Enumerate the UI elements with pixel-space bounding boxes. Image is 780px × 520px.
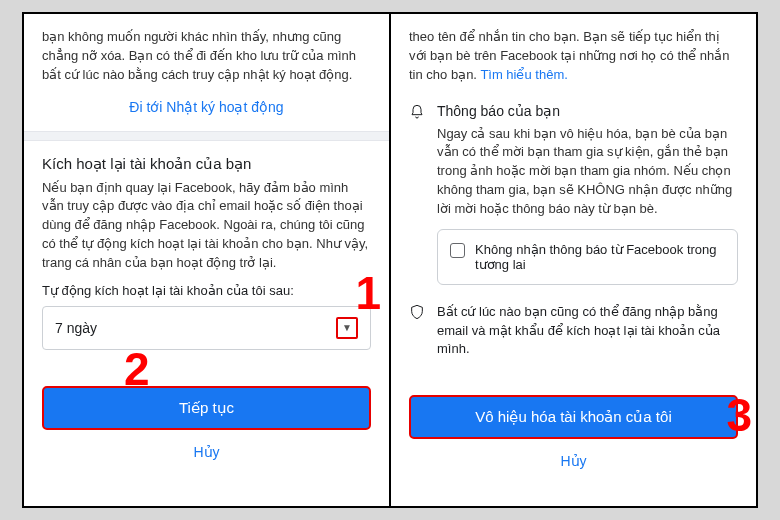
select-value: 7 ngày xyxy=(55,320,97,336)
bell-icon xyxy=(409,103,427,219)
cancel-link-left[interactable]: Hủy xyxy=(42,438,371,466)
opt-out-checkbox-card[interactable]: Không nhận thông báo từ Facebook trong t… xyxy=(437,229,738,285)
shield-reactivate-text: Bất cứ lúc nào bạn cũng có thể đăng nhập… xyxy=(437,303,738,360)
shield-icon xyxy=(409,303,427,360)
deactivate-button[interactable]: Vô hiệu hóa tài khoản của tôi xyxy=(409,395,738,439)
notifications-title: Thông báo của bạn xyxy=(437,103,738,119)
right-pane: theo tên để nhắn tin cho bạn. Bạn sẽ tiế… xyxy=(391,14,756,506)
left-pane: bạn không muốn người khác nhìn thấy, như… xyxy=(24,14,389,506)
notifications-body-text: Ngay cả sau khi bạn vô hiệu hóa, bạn bè … xyxy=(437,125,738,219)
reactivate-title: Kích hoạt lại tài khoản của bạn xyxy=(42,155,371,173)
cancel-link-right[interactable]: Hủy xyxy=(409,447,738,475)
opt-out-label: Không nhận thông báo từ Facebook trong t… xyxy=(475,242,725,272)
section-divider xyxy=(24,131,389,141)
chevron-down-icon[interactable]: ▼ xyxy=(336,317,358,339)
reactivate-body-text: Nếu bạn định quay lại Facebook, hãy đảm … xyxy=(42,179,371,273)
continue-button[interactable]: Tiếp tục xyxy=(42,386,371,430)
checkbox-icon[interactable] xyxy=(450,243,465,258)
learn-more-link[interactable]: Tìm hiểu thêm. xyxy=(480,67,567,82)
auto-reactivate-label: Tự động kích hoạt lại tài khoản của tôi … xyxy=(42,283,371,298)
archive-intro-text: bạn không muốn người khác nhìn thấy, như… xyxy=(42,28,371,85)
messenger-intro-text: theo tên để nhắn tin cho bạn. Bạn sẽ tiế… xyxy=(409,28,738,85)
auto-reactivate-select[interactable]: 7 ngày ▼ xyxy=(42,306,371,350)
activity-log-link[interactable]: Đi tới Nhật ký hoạt động xyxy=(42,85,371,131)
